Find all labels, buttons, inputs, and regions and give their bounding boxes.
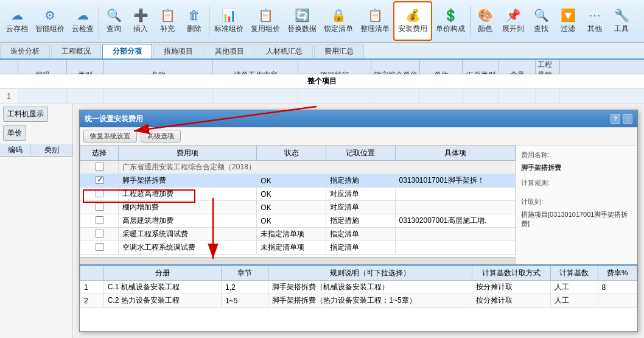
table-row[interactable]: 高层建筑增加费 OK 指定措施 0313020070 — [80, 214, 516, 228]
expand-to-btn[interactable]: 📌 展开到 — [499, 1, 528, 41]
bt-header-chapter: 章节 — [221, 266, 268, 281]
filter-btn[interactable]: 🔽 过滤 — [555, 1, 581, 41]
bt-row1-册: C.1 机械设备安装工程 — [103, 281, 221, 294]
query-btn[interactable]: 🔍 查询 — [100, 1, 127, 41]
dialog-title-bar: 统一设置安装费用 ? □ — [80, 110, 637, 127]
bt-header-rate: 费率% — [598, 266, 637, 281]
divider-1 — [99, 6, 99, 37]
smart-group-label: 智能组价 — [35, 24, 65, 34]
supplement-btn[interactable]: 📋 补充 — [154, 1, 181, 41]
unit-price-btn2[interactable]: 单价 — [3, 125, 26, 141]
col-header-fee-item: 费用项 — [119, 146, 257, 161]
std-price-btn[interactable]: 📊 标准组价 — [211, 1, 247, 41]
color-btn[interactable]: 🎨 颜色 — [472, 1, 499, 41]
smart-group-icon: ⚙ — [44, 8, 55, 23]
insert-label: 插入 — [133, 24, 148, 34]
grid-header: 编码 类别 名称 清单工作内容 项目特征 锁定综合单价 单位 汇总类别 含量 工… — [0, 60, 644, 74]
restore-system-btn[interactable]: 恢复系统设置 — [83, 130, 137, 143]
tab-sub-project[interactable]: 分部分项 — [102, 44, 152, 58]
tab-project-overview[interactable]: 工程概况 — [51, 44, 101, 58]
bottom-table-row: 2 C.2 热力设备安装工程 1~5 脚手架搭拆费（热力设备安装工程；1~5章） — [80, 294, 637, 308]
labor-machine-display-btn[interactable]: 工料机显示 — [3, 107, 48, 122]
bt-header-rules: 规则说明（可下拉选择） — [268, 266, 472, 281]
table-row: 广东省通用安装工程综合合定额（2018） — [80, 161, 516, 174]
divider-2 — [209, 6, 209, 37]
cloud-save-btn[interactable]: ☁ 云存档 — [2, 1, 32, 41]
checkbox-group[interactable] — [96, 163, 103, 171]
unit-price-btn[interactable]: 💲 单价构成 — [432, 1, 469, 41]
fee-table: 选择 费用项 状态 记取位置 — [80, 146, 516, 255]
row-group-select[interactable] — [80, 161, 119, 174]
repeat-price-btn[interactable]: 📋 复用组价 — [247, 1, 284, 41]
bt-row1-rules: 脚手架搭拆费（机械设备安装工程） — [268, 281, 472, 294]
table-row[interactable]: 脚手架搭拆费 OK 指定措施 03130101700 — [80, 174, 516, 188]
cloud-check-btn[interactable]: ☁ 云检查 — [68, 1, 97, 41]
repeat-price-icon: 📋 — [258, 8, 273, 23]
lock-list-label: 锁定清单 — [324, 24, 353, 34]
table-row[interactable]: 采暖工程系统调试费 未指定清单项 指定清单 — [80, 228, 516, 241]
std-price-label: 标准组价 — [214, 24, 243, 34]
table-row[interactable]: 工程超高增加费 OK 对应清单 — [80, 188, 516, 201]
tools-btn[interactable]: 🔧 工具 — [608, 1, 635, 41]
organize-list-btn[interactable]: 📋 整理清单 — [357, 1, 393, 41]
project-header-row: 整个项目 — [0, 74, 644, 89]
row7-fee-item: 空调水工程系统调试费 — [119, 241, 257, 255]
organize-list-icon: 📋 — [368, 8, 383, 23]
insert-btn[interactable]: ➕ 插入 — [127, 1, 154, 41]
fetch-from-label: 计取到: — [521, 197, 632, 206]
horizontal-scrollbar[interactable] — [80, 257, 516, 264]
delete-btn[interactable]: 🗑 删除 — [181, 1, 208, 41]
bt-row1-rate: 8 — [598, 281, 637, 294]
row1-code — [18, 89, 67, 103]
supplement-icon: 📋 — [160, 8, 175, 23]
cloud-save-icon: ☁ — [11, 8, 23, 23]
advanced-options-btn[interactable]: 高级选项 — [141, 130, 181, 143]
fetch-from-value: 措施项目[031301017001脚手架搭拆费] — [521, 210, 632, 228]
other-btn[interactable]: ⋯ 其他 — [581, 1, 608, 41]
dialog-install-fee: 统一设置安装费用 ? □ 恢复系统设置 高级选项 — [79, 110, 638, 332]
install-fee-btn[interactable]: 💰 安装费用 — [393, 1, 432, 41]
row2-fee-item: 脚手架搭拆费 — [119, 174, 257, 188]
checkbox-row3[interactable] — [96, 189, 103, 197]
tab-measure-project[interactable]: 措施项目 — [153, 44, 203, 58]
tab-fee-summary[interactable]: 费用汇总 — [314, 44, 364, 58]
table-row[interactable]: 1 — [0, 89, 644, 104]
find-btn[interactable]: 🔍 查找 — [528, 1, 555, 41]
row1-type — [67, 89, 103, 103]
row3-select[interactable] — [80, 188, 119, 201]
query-label: 查询 — [107, 24, 121, 34]
dialog-toolbar: 恢复系统设置 高级选项 — [80, 127, 637, 146]
delete-label: 删除 — [187, 24, 201, 34]
tab-cost-analysis[interactable]: 造价分析 — [0, 44, 50, 58]
table-row[interactable]: 空调水工程系统调试费 未指定清单项 指定清单 — [80, 241, 516, 255]
row2-select[interactable] — [80, 174, 119, 188]
table-row[interactable]: 棚内增加费 OK 对应清单 — [80, 201, 516, 214]
row4-select[interactable] — [80, 201, 119, 214]
toolbar: ☁ 云存档 ⚙ 智能组价 ☁ 云检查 🔍 查询 ➕ 插入 📋 补充 🗑 删除 — [0, 0, 644, 43]
tab-other-project[interactable]: 其他项目 — [205, 44, 254, 58]
checkbox-row7[interactable] — [96, 243, 103, 251]
row4-fee-item: 棚内增加费 — [119, 201, 257, 214]
tab-labor-machine[interactable]: 人材机汇总 — [256, 44, 313, 58]
query-icon: 🔍 — [107, 8, 122, 23]
bottom-area: 分册 章节 规则说明（可下拉选择） 计算基数计取方式 — [80, 264, 637, 331]
row5-fee-item: 高层建筑增加费 — [119, 214, 257, 228]
dialog-close-btn[interactable]: □ — [623, 114, 632, 124]
checkbox-row2[interactable] — [96, 176, 103, 184]
row6-select[interactable] — [80, 228, 119, 241]
checkbox-row6[interactable] — [96, 230, 103, 238]
row5-select[interactable] — [80, 214, 119, 228]
dialog-help-btn[interactable]: ? — [611, 114, 620, 124]
bt-row2-rules: 脚手架搭拆费（热力设备安装工程；1~5章） — [268, 294, 472, 308]
lock-list-btn[interactable]: 🔒 锁定清单 — [320, 1, 357, 41]
checkbox-row5[interactable] — [96, 216, 103, 224]
install-fee-label: 安装费用 — [398, 24, 427, 34]
smart-group-btn[interactable]: ⚙ 智能组价 — [32, 1, 68, 41]
project-title: 整个项目 — [307, 76, 337, 86]
row4-status: OK — [257, 201, 326, 214]
checkbox-row4[interactable] — [96, 203, 103, 211]
row7-select[interactable] — [80, 241, 119, 255]
replace-data-btn[interactable]: 🔄 替换数据 — [284, 1, 320, 41]
col-header-specific: 具体项 — [395, 146, 516, 161]
std-price-icon: 📊 — [222, 8, 237, 23]
